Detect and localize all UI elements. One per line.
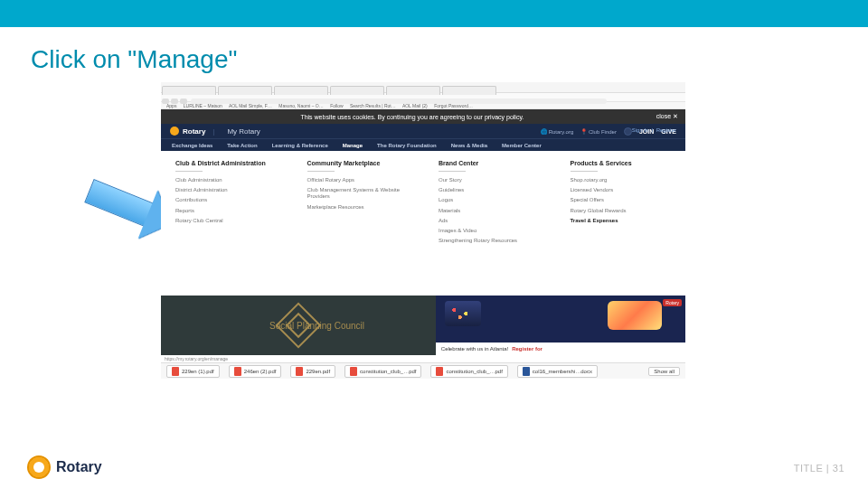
mega-link-marketplace-resources[interactable]: Marketplace Resources bbox=[307, 204, 409, 211]
status-bar-url: https://my.rotary.org/en/manage bbox=[161, 355, 685, 362]
sign-in-link[interactable]: Sign In bbox=[632, 127, 649, 133]
slide: Click on "Manage" Go to "Club Administra… bbox=[0, 0, 868, 488]
mega-link-travel-expenses[interactable]: Travel & Expenses bbox=[571, 218, 672, 224]
mega-col-brand-center: Brand Center Our Story Guidelines Logos … bbox=[439, 160, 540, 286]
register-link[interactable]: Register for bbox=[512, 346, 542, 352]
download-chip[interactable]: 229en.pdf bbox=[290, 365, 335, 378]
mega-link-rotary-apps[interactable]: Official Rotary Apps bbox=[307, 177, 409, 183]
nav-news-media[interactable]: News & Media bbox=[451, 143, 487, 148]
mega-link-licensed-vendors[interactable]: Licensed Vendors bbox=[571, 187, 672, 193]
download-chip[interactable]: constitution_club_…pdf bbox=[344, 365, 421, 378]
mega-col-title: Brand Center bbox=[439, 160, 540, 166]
mega-link-rotary-club-central[interactable]: Rotary Club Central bbox=[175, 218, 277, 224]
mega-link-ads[interactable]: Ads bbox=[439, 218, 540, 224]
bookmark-item[interactable]: Masuno, Naomi – O… bbox=[278, 103, 323, 108]
rotary-wheel-icon bbox=[170, 127, 179, 136]
mega-col-club-district: Club & District Administration Club Admi… bbox=[175, 160, 277, 286]
mega-link-district-administration[interactable]: District Administration bbox=[175, 187, 277, 193]
downloads-bar: 229en (1).pdf 246en (2).pdf 229en.pdf co… bbox=[161, 362, 685, 379]
search-icon[interactable] bbox=[624, 127, 632, 136]
banner-atlanta[interactable]: Rotary Celebrate with us in Atlanta! Reg… bbox=[436, 296, 685, 355]
nav-member-center[interactable]: Member Center bbox=[502, 143, 542, 148]
mega-link-club-administration[interactable]: Club Administration bbox=[175, 177, 277, 183]
fireworks-icon bbox=[445, 301, 481, 326]
mega-link-materials[interactable]: Materials bbox=[439, 208, 540, 214]
nav-learning-reference[interactable]: Learning & Reference bbox=[272, 143, 328, 148]
promo-photo-icon bbox=[608, 301, 662, 330]
mega-col-title: Club & District Administration bbox=[175, 160, 277, 166]
mega-col-products-services: Products & Services Shop.rotary.org Lice… bbox=[571, 160, 672, 286]
quick-link-rotary-org[interactable]: 🌐 Rotary.org bbox=[541, 128, 573, 135]
site-header: Rotary | My Rotary 🌐 Rotary.org 📍 Club F… bbox=[161, 124, 685, 138]
banner-corner-badge: Rotary bbox=[663, 299, 682, 306]
bookmark-item[interactable]: AOL Mail Simple, F… bbox=[229, 103, 272, 108]
site-brand[interactable]: Rotary bbox=[183, 127, 205, 136]
mega-link-club-mgmt-systems[interactable]: Club Management Systems & Website Provid… bbox=[307, 187, 409, 200]
quick-link-club-finder[interactable]: 📍 Club Finder bbox=[580, 128, 617, 135]
nav-take-action[interactable]: Take Action bbox=[227, 143, 257, 148]
bookmark-item[interactable]: LURLINE – Matson bbox=[184, 103, 222, 108]
slide-top-accent bbox=[0, 0, 868, 27]
cookie-text: This website uses cookies. By continuing… bbox=[168, 114, 656, 120]
pdf-icon bbox=[234, 367, 241, 376]
pdf-icon bbox=[436, 367, 443, 376]
footer-page-label: TITLE | 31 bbox=[794, 463, 844, 474]
footer-logo: Rotary bbox=[27, 455, 102, 479]
mega-menu-manage: Club & District Administration Club Admi… bbox=[161, 151, 685, 296]
auth-links: Sign In | Register bbox=[632, 127, 676, 133]
bookmark-item[interactable]: Search Results | Rot… bbox=[350, 103, 396, 108]
banner-social-planning[interactable]: Social Planning Council bbox=[161, 296, 436, 355]
nav-rotary-foundation[interactable]: The Rotary Foundation bbox=[377, 143, 437, 148]
bookmark-item[interactable]: AOL Mail (2) bbox=[402, 103, 428, 108]
banner-right-caption: Celebrate with us in Atlanta! Register f… bbox=[436, 343, 685, 355]
mega-link-shop[interactable]: Shop.rotary.org bbox=[571, 177, 672, 183]
bookmark-item[interactable]: Forgot Password… bbox=[434, 103, 473, 108]
pdf-icon bbox=[172, 367, 179, 376]
mega-col-marketplace: Community Marketplace Official Rotary Ap… bbox=[307, 160, 409, 286]
mega-col-title: Products & Services bbox=[571, 160, 672, 166]
browser-toolbar bbox=[161, 93, 685, 102]
download-chip[interactable]: constitution_club_…pdf bbox=[430, 365, 507, 378]
slide-heading: Click on "Manage" bbox=[31, 45, 237, 74]
mega-link-reports[interactable]: Reports bbox=[175, 208, 277, 214]
promo-banners: Social Planning Council Rotary Celebrate… bbox=[161, 296, 685, 355]
bookmarks-bar: Apps LURLINE – Matson AOL Mail Simple, F… bbox=[161, 102, 685, 109]
bookmark-item[interactable]: Apps bbox=[166, 103, 176, 108]
site-sub-brand[interactable]: My Rotary bbox=[227, 127, 259, 136]
download-chip[interactable]: 229en (1).pdf bbox=[166, 365, 220, 378]
show-all-downloads-button[interactable]: Show all bbox=[648, 367, 680, 376]
mega-link-logos[interactable]: Logos bbox=[439, 197, 540, 203]
register-link[interactable]: Register bbox=[656, 127, 676, 133]
mega-link-images-video[interactable]: Images & Video bbox=[439, 228, 540, 234]
footer-brand-text: Rotary bbox=[56, 459, 102, 475]
mega-link-our-story[interactable]: Our Story bbox=[439, 177, 540, 183]
cookie-close-button[interactable]: close ✕ bbox=[656, 113, 678, 120]
pdf-icon bbox=[296, 367, 303, 376]
docx-icon bbox=[523, 367, 530, 376]
mega-link-contributions[interactable]: Contributions bbox=[175, 197, 277, 203]
banner-left-caption: Social Planning Council bbox=[269, 321, 364, 331]
bookmark-item[interactable]: Follow bbox=[330, 103, 343, 108]
rotary-wheel-icon bbox=[27, 455, 51, 479]
mega-link-strengthening-rotary[interactable]: Strengthening Rotary Resources bbox=[439, 238, 540, 244]
nav-exchange-ideas[interactable]: Exchange Ideas bbox=[172, 143, 212, 148]
pdf-icon bbox=[350, 367, 357, 376]
download-chip[interactable]: col16_membershi…docx bbox=[517, 365, 598, 378]
download-chip[interactable]: 246en (2).pdf bbox=[229, 365, 282, 378]
primary-nav: Exchange Ideas Take Action Learning & Re… bbox=[161, 138, 685, 151]
browser-tab-strip bbox=[161, 82, 685, 93]
mega-link-guidelines[interactable]: Guidelines bbox=[439, 187, 540, 193]
embedded-browser-screenshot: Apps LURLINE – Matson AOL Mail Simple, F… bbox=[161, 82, 685, 426]
nav-manage[interactable]: Manage bbox=[343, 143, 363, 148]
cookie-banner: This website uses cookies. By continuing… bbox=[161, 109, 685, 124]
mega-link-global-rewards[interactable]: Rotary Global Rewards bbox=[571, 208, 672, 214]
mega-col-title: Community Marketplace bbox=[307, 160, 409, 166]
mega-link-special-offers[interactable]: Special Offers bbox=[571, 197, 672, 203]
